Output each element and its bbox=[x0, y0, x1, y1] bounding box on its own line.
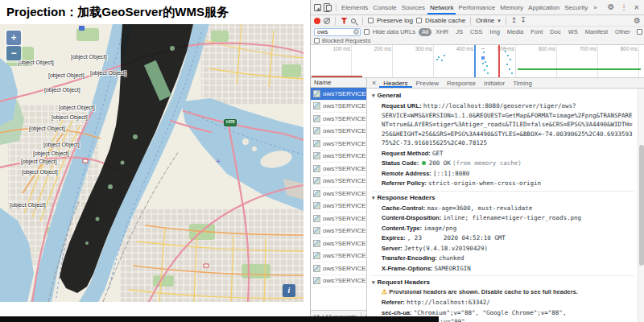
details-tab[interactable]: Timing bbox=[509, 78, 536, 88]
osm-map-canvas[interactable] bbox=[0, 24, 303, 302]
resource-type-chip[interactable]: Media bbox=[504, 28, 526, 36]
throttling-select[interactable]: Online bbox=[476, 17, 494, 24]
scrollbar-thumb[interactable] bbox=[639, 145, 644, 266]
request-row[interactable]: ows?SERVICE=W... bbox=[311, 188, 366, 200]
request-row[interactable]: ows?SERVICE=W... bbox=[311, 113, 366, 126]
header-item: Referer: http://localhost:63342/ bbox=[372, 298, 634, 308]
request-headers-section: ▾Request Headers ⚠Provisional headers ar… bbox=[372, 276, 634, 322]
request-row[interactable]: ows?SERVICE=W... bbox=[311, 151, 366, 163]
name-column-header[interactable]: Name bbox=[311, 78, 366, 88]
page-title: Projection：加载GeoServer的WMS服务 bbox=[6, 5, 310, 20]
filter-input-wrap: × bbox=[314, 28, 361, 36]
zoom-in-button[interactable]: + bbox=[6, 31, 21, 45]
more-tabs-chevron-icon[interactable]: » bbox=[591, 0, 599, 14]
request-name: ows?SERVICE=W... bbox=[323, 277, 366, 284]
resource-type-chip[interactable]: WS bbox=[565, 28, 581, 36]
network-overview-timeline[interactable]: 100 ms200 ms300 ms400 ms500 ms600 ms700 … bbox=[311, 45, 644, 78]
devtools-tab[interactable]: Console bbox=[370, 0, 398, 14]
search-icon[interactable] bbox=[351, 19, 356, 23]
request-row[interactable]: ows?SERVICE=W... bbox=[311, 101, 366, 114]
close-details-icon[interactable]: × bbox=[369, 79, 379, 87]
hide-data-urls-checkbox[interactable] bbox=[364, 29, 369, 35]
resource-type-chip[interactable]: Font bbox=[527, 28, 546, 36]
request-row[interactable]: ows?SERVICE=W... bbox=[311, 250, 366, 263]
timeline-tick-label: 100 ms bbox=[311, 45, 352, 53]
blocked-requests-checkbox[interactable] bbox=[314, 38, 320, 43]
divider bbox=[336, 3, 336, 11]
request-row[interactable]: ows?SERVICE=W... bbox=[311, 225, 366, 238]
header-value: Jetty(9.4.18.v20190429) bbox=[404, 245, 488, 252]
map-container[interactable]: [object Object][object Object][object Ob… bbox=[0, 24, 303, 302]
settings-gear-icon[interactable]: ⚙ bbox=[605, 3, 617, 11]
network-settings-gear-icon[interactable]: ⚙ bbox=[634, 17, 641, 25]
devtools-panel: ElementsConsoleSourcesNetworkPerformance… bbox=[310, 0, 644, 322]
request-row[interactable]: ows?SERVICE=W... bbox=[311, 175, 366, 188]
request-row[interactable]: ows?SERVICE=W... bbox=[311, 200, 366, 213]
devtools-tab[interactable]: Elements bbox=[339, 0, 370, 14]
request-name: ows?SERVICE=W... bbox=[323, 177, 366, 184]
image-file-icon bbox=[313, 127, 320, 134]
request-row[interactable]: ows?SERVICE=W... bbox=[311, 163, 366, 175]
request-row[interactable]: ows?SERVICE=W... bbox=[311, 88, 366, 101]
resource-type-chip[interactable]: Doc bbox=[547, 28, 564, 36]
resource-type-chip[interactable]: All bbox=[419, 28, 431, 36]
details-tabs: HeadersPreviewResponseInitiatorTiming bbox=[379, 78, 536, 88]
devtools-tab[interactable]: Application bbox=[526, 0, 562, 14]
details-scrollbar[interactable] bbox=[638, 89, 644, 322]
attribution-button[interactable]: i bbox=[283, 284, 295, 297]
details-tab[interactable]: Headers bbox=[379, 78, 411, 88]
zoom-out-button[interactable]: − bbox=[6, 46, 21, 60]
timeline-tick-label: 600 ms bbox=[516, 45, 557, 53]
devtools-tab[interactable]: Network bbox=[427, 0, 456, 14]
filter-icon[interactable] bbox=[341, 18, 348, 24]
request-headers-title[interactable]: ▾Request Headers bbox=[372, 277, 634, 287]
request-list: ows?SERVICE=W... ows?SERVICE=W... ows?SE… bbox=[311, 88, 366, 310]
resource-type-chip[interactable]: Other bbox=[612, 28, 634, 36]
export-har-icon[interactable]: ↧ bbox=[520, 17, 526, 24]
details-tab[interactable]: Preview bbox=[412, 78, 443, 88]
request-row[interactable]: ows?SERVICE=W... bbox=[311, 213, 366, 225]
status-ok-dot bbox=[422, 161, 426, 165]
hide-data-urls-label: Hide data URLs bbox=[373, 28, 415, 35]
resource-type-chip[interactable]: JS bbox=[452, 28, 466, 36]
image-file-icon bbox=[313, 177, 320, 184]
close-devtools-icon[interactable]: × bbox=[631, 3, 642, 12]
request-row[interactable]: ows?SERVICE=W... bbox=[311, 126, 366, 138]
response-headers-title[interactable]: ▾Response Headers bbox=[372, 192, 634, 203]
request-row[interactable]: ows?SERVICE=W... bbox=[311, 138, 366, 151]
record-network-log-icon[interactable] bbox=[314, 18, 320, 24]
kebab-menu-icon[interactable]: ⋮ bbox=[618, 4, 630, 11]
details-tab[interactable]: Response bbox=[443, 78, 480, 88]
resource-type-chip[interactable]: Img bbox=[486, 28, 503, 36]
has-blocked-cookies-checkbox[interactable] bbox=[637, 29, 642, 35]
request-name: ows?SERVICE=W... bbox=[323, 127, 366, 134]
resource-type-chip[interactable]: CSS bbox=[467, 28, 485, 36]
resource-type-chip[interactable]: XHR bbox=[432, 28, 452, 36]
header-name: Referrer Policy: bbox=[382, 180, 427, 187]
request-row[interactable]: ows?SERVICE=W... bbox=[311, 275, 366, 288]
image-file-icon bbox=[313, 152, 320, 159]
request-row[interactable]: ows?SERVICE=W... bbox=[311, 262, 366, 275]
devtools-tab[interactable]: Security bbox=[562, 0, 590, 14]
resource-type-chip[interactable]: Manifest bbox=[582, 28, 611, 36]
image-file-icon bbox=[313, 240, 320, 247]
clear-network-log-icon[interactable] bbox=[324, 18, 330, 24]
details-tab[interactable]: Initiator bbox=[480, 78, 509, 88]
devtools-tab[interactable]: Sources bbox=[399, 0, 427, 14]
import-har-icon[interactable]: ↥ bbox=[511, 17, 518, 24]
page-header: Projection：加载GeoServer的WMS服务 bbox=[0, 0, 310, 24]
device-toolbar-icon[interactable] bbox=[324, 3, 332, 11]
clear-filter-icon[interactable]: × bbox=[353, 29, 359, 35]
general-section-title[interactable]: ▾General bbox=[372, 90, 634, 101]
request-name: ows?SERVICE=W... bbox=[323, 115, 366, 122]
request-row[interactable]: ows?SERVICE=W... bbox=[311, 237, 366, 250]
disable-cache-checkbox[interactable] bbox=[416, 18, 422, 23]
preserve-log-checkbox[interactable] bbox=[368, 18, 374, 23]
devtools-tab[interactable]: Memory bbox=[497, 0, 526, 14]
overview-red-bar bbox=[312, 76, 362, 77]
inspect-element-icon[interactable] bbox=[314, 4, 321, 11]
request-name: ows?SERVICE=W... bbox=[323, 90, 366, 97]
image-file-icon bbox=[313, 227, 320, 234]
devtools-tab[interactable]: Performance bbox=[456, 0, 497, 14]
headers-content: ▾General Request URL: http://localhost:8… bbox=[367, 89, 644, 322]
